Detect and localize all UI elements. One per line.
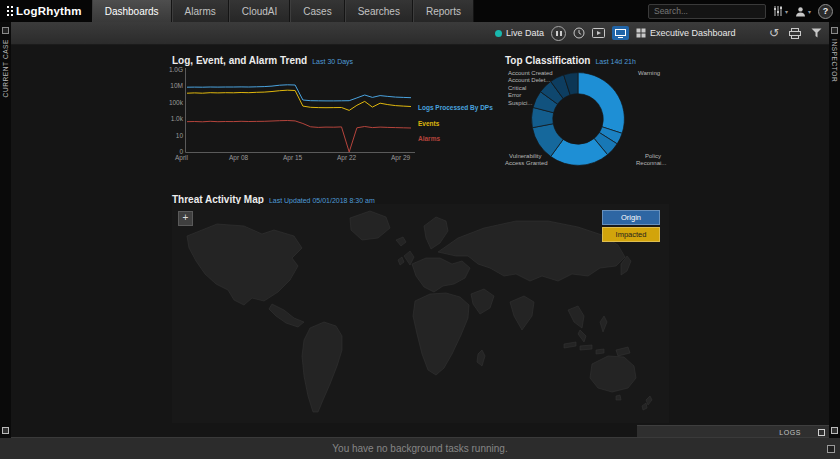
expand-logs-icon[interactable]: [818, 429, 825, 436]
tab-cases[interactable]: Cases: [290, 0, 344, 22]
donut-label: Critical: [508, 85, 526, 91]
chevron-down-icon: ▾: [808, 8, 811, 15]
tab-cloudai[interactable]: CloudAI: [229, 0, 291, 22]
logrhythm-logo: LogRhythm: [0, 0, 92, 22]
donut-label: Policy: [645, 153, 661, 159]
map-zoom-in-button[interactable]: +: [178, 211, 193, 226]
print-icon[interactable]: [789, 28, 801, 39]
donut-label: Vulnerability: [509, 153, 541, 159]
series-label-logs: Logs Processed By DPs: [418, 104, 493, 111]
x-axis-tick: Apr 15: [283, 154, 302, 161]
logo-text: LogRhythm: [16, 5, 82, 17]
chevron-down-icon: ▾: [785, 8, 788, 15]
y-axis-tick: 100k: [165, 99, 183, 106]
x-axis-tick: Apr 29: [391, 154, 410, 161]
donut-label: Suspici...: [508, 100, 532, 106]
x-axis-tick: Apr 08: [229, 154, 248, 161]
column-settings-icon[interactable]: ▾: [773, 6, 788, 16]
world-map[interactable]: [172, 204, 669, 423]
legend-origin-button[interactable]: Origin: [602, 210, 660, 225]
y-axis-tick: 10M: [165, 82, 183, 89]
pause-icon[interactable]: [551, 26, 566, 41]
current-case-tab[interactable]: CURRENT CASE: [2, 39, 9, 97]
monitor-view-icon[interactable]: [612, 26, 629, 40]
dashboard-selector[interactable]: Executive Dashboard: [636, 28, 736, 38]
y-axis-tick: 1.0G: [165, 66, 183, 73]
x-axis-tick: April: [175, 154, 188, 161]
map-updated: Last Updated 05/01/2018 8:30 am: [269, 197, 375, 204]
inspector-tab[interactable]: INSPECTOR: [831, 39, 838, 82]
classification-panel: Top ClassificationLast 14d 21h Account C…: [505, 50, 677, 190]
user-menu-icon[interactable]: ▾: [795, 6, 811, 17]
main-nav-tabs: Dashboards Alarms CloudAI Cases Searches…: [92, 0, 474, 22]
case-panel-icon[interactable]: [2, 27, 9, 34]
series-label-alarms: Alarms: [418, 135, 440, 142]
logrhythm-logo-icon: [7, 6, 9, 8]
live-data-toggle[interactable]: Live Data: [495, 28, 544, 38]
legend-impacted-button[interactable]: Impacted: [602, 227, 660, 242]
trend-panel-title: Log, Event, and Alarm Trend: [172, 55, 307, 66]
series-label-events: Events: [418, 120, 439, 127]
threat-map-panel: Threat Activity MapLast Updated 05/01/20…: [172, 189, 669, 423]
dashboard-toolbar: Live Data Executive Dashboard ↺: [11, 22, 829, 45]
tab-searches[interactable]: Searches: [345, 0, 413, 22]
status-bar: You have no background tasks running.: [0, 437, 840, 459]
donut-label: Access Granted: [505, 160, 548, 166]
donut-label: Reconnai...: [636, 160, 666, 166]
y-axis-tick: 1.0k: [165, 115, 183, 122]
live-data-label: Live Data: [506, 28, 544, 38]
y-axis-tick: 10: [165, 132, 183, 139]
dashboard-selector-label: Executive Dashboard: [650, 28, 736, 38]
donut-label: Warning: [638, 70, 660, 76]
presentation-icon[interactable]: [592, 28, 605, 39]
expand-status-icon[interactable]: [827, 445, 835, 453]
logs-tab-label: LOGS: [779, 429, 801, 436]
donut-label: Account Delet...: [508, 77, 550, 83]
donut-label: Error: [508, 92, 521, 98]
topbar-right-controls: ▾ ▾ ?: [648, 0, 840, 22]
undo-icon[interactable]: ↺: [769, 27, 779, 39]
trend-chart-panel: Log, Event, and Alarm TrendLast 30 Days …: [172, 50, 512, 172]
trend-panel-range: Last 30 Days: [312, 58, 353, 65]
tab-reports[interactable]: Reports: [413, 0, 474, 22]
toolbar-right-controls: ↺: [769, 22, 822, 44]
map-legend: Origin Impacted: [602, 210, 660, 244]
status-message: You have no background tasks running.: [332, 443, 507, 454]
help-icon[interactable]: ?: [818, 4, 833, 19]
filter-icon[interactable]: [811, 28, 822, 38]
tab-dashboards[interactable]: Dashboards: [92, 0, 172, 22]
history-clock-icon[interactable]: [573, 27, 585, 39]
threat-map[interactable]: + Origin Impacted: [172, 204, 669, 423]
current-case-rail: CURRENT CASE: [0, 22, 11, 438]
grid-icon: [636, 28, 646, 38]
tab-alarms[interactable]: Alarms: [172, 0, 229, 22]
x-axis-tick: Apr 22: [337, 154, 356, 161]
expand-left-panel-icon[interactable]: [2, 427, 9, 434]
search-input[interactable]: [648, 4, 766, 19]
expand-right-panel-icon[interactable]: [831, 427, 838, 434]
inspector-rail: INSPECTOR: [829, 22, 840, 438]
toolbar-center-controls: Live Data Executive Dashboard: [495, 22, 736, 44]
donut-label: Account Created: [508, 70, 553, 76]
top-navigation-bar: LogRhythm Dashboards Alarms CloudAI Case…: [0, 0, 840, 22]
live-data-indicator-icon: [495, 30, 502, 37]
inspector-panel-icon[interactable]: [831, 27, 838, 34]
trend-line-chart: [185, 66, 417, 158]
